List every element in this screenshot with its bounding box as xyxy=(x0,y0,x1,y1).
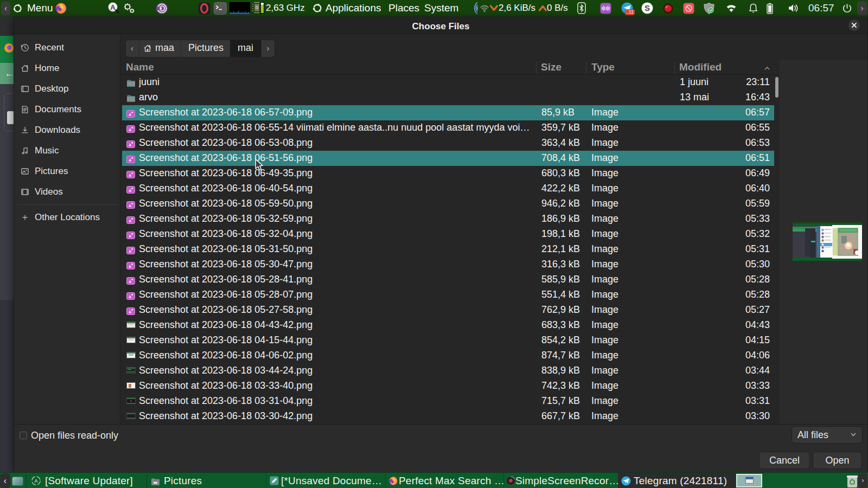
svg-text:A: A xyxy=(110,3,116,11)
svg-text:A: A xyxy=(34,478,38,484)
svg-text:S: S xyxy=(644,4,650,12)
